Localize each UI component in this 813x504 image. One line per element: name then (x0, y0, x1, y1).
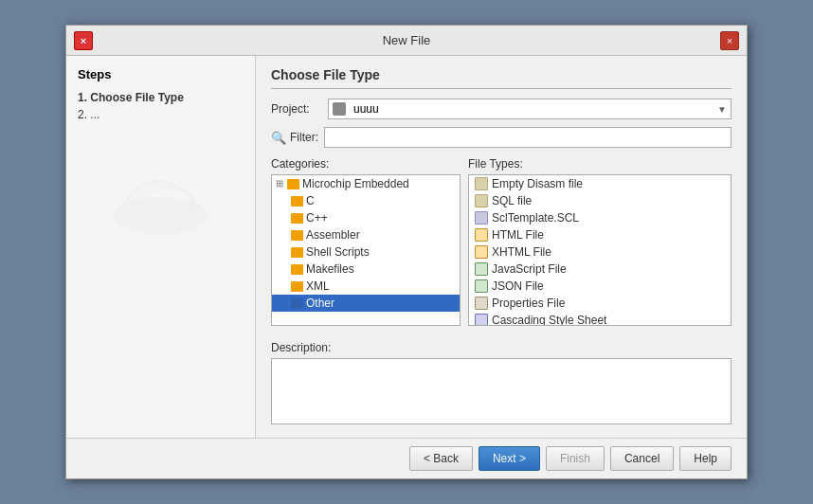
folder-icon (291, 230, 303, 241)
filetypes-label: File Types: (468, 157, 732, 171)
file-type-icon (475, 297, 488, 310)
list-item[interactable]: Assembler (272, 226, 460, 243)
help-button[interactable]: Help (679, 446, 732, 471)
list-item[interactable]: Properties File (469, 295, 731, 312)
steps-panel: Steps 1. Choose File Type 2. ... (66, 56, 256, 438)
file-type-icon (475, 228, 488, 242)
title-bar-close-icon[interactable]: × (74, 31, 93, 50)
file-type-icon (475, 211, 488, 225)
dialog-title: New File (383, 33, 431, 47)
list-item[interactable]: Other (272, 295, 460, 312)
search-icon: 🔍 (271, 131, 286, 145)
close-button[interactable]: × (720, 31, 739, 50)
steps-heading: Steps (78, 67, 244, 81)
dropdown-arrow-icon: ▼ (717, 104, 727, 115)
project-value: uuuu (353, 102, 379, 116)
categories-label: Categories: (271, 157, 461, 171)
step-2: 2. ... (78, 108, 244, 121)
filetypes-panel: File Types: Empty Disasm file SQL file (468, 157, 732, 326)
project-label: Project: (271, 102, 328, 116)
list-item[interactable]: Makefiles (272, 261, 460, 278)
back-button[interactable]: < Back (409, 446, 473, 471)
project-row: Project: uuuu ▼ (271, 99, 732, 119)
filetypes-list[interactable]: Empty Disasm file SQL file SclTemplate.S… (468, 174, 732, 326)
file-type-icon (475, 194, 488, 207)
finish-button[interactable]: Finish (546, 446, 605, 471)
description-label: Description: (271, 341, 732, 354)
folder-icon (291, 213, 303, 224)
list-item[interactable]: Empty Disasm file (469, 175, 731, 192)
folder-icon (291, 298, 303, 309)
filter-label: 🔍 Filter: (271, 131, 318, 145)
file-type-icon (475, 279, 488, 293)
description-box (271, 358, 732, 424)
folder-icon (291, 281, 303, 292)
dialog-body: Steps 1. Choose File Type 2. ... Ch (66, 56, 747, 438)
description-section: Description: (271, 341, 732, 424)
list-item[interactable]: SclTemplate.SCL (469, 209, 731, 226)
project-icon (333, 102, 346, 116)
list-item[interactable]: ⊞ Microchip Embedded (272, 175, 460, 192)
expand-icon: ⊞ (276, 179, 285, 189)
list-item[interactable]: SQL file (469, 192, 731, 209)
list-item[interactable]: XML (272, 278, 460, 295)
categories-panel: Categories: ⊞ Microchip Embedded C (271, 157, 461, 326)
filter-row: 🔍 Filter: (271, 127, 732, 148)
list-item[interactable]: HTML File (469, 226, 731, 243)
file-type-icon (475, 245, 488, 259)
folder-icon (291, 264, 303, 275)
dialog-footer: < Back Next > Finish Cancel Help (66, 438, 747, 478)
list-item[interactable]: Cascading Style Sheet (469, 312, 731, 326)
categories-tree[interactable]: ⊞ Microchip Embedded C C++ (271, 174, 461, 326)
file-type-icon (475, 314, 488, 326)
file-type-icon (475, 177, 488, 190)
list-item[interactable]: JavaScript File (469, 261, 731, 278)
section-title: Choose File Type (271, 67, 732, 89)
list-item[interactable]: Shell Scripts (272, 243, 460, 261)
type-selector-area: Categories: ⊞ Microchip Embedded C (271, 157, 732, 326)
new-file-dialog: × New File × Steps 1. Choose File Type 2… (65, 25, 748, 479)
project-select[interactable]: uuuu ▼ (328, 99, 732, 119)
title-bar: × New File × (66, 26, 747, 56)
main-panel: Choose File Type Project: uuuu ▼ 🔍 Filte… (256, 56, 747, 438)
watermark-icon (104, 140, 218, 254)
step-1: 1. Choose File Type (78, 91, 244, 104)
folder-icon (291, 196, 303, 207)
list-item[interactable]: C++ (272, 209, 460, 226)
folder-icon (291, 247, 303, 258)
filter-input[interactable] (324, 127, 732, 148)
next-button[interactable]: Next > (479, 446, 540, 471)
list-item[interactable]: JSON File (469, 278, 731, 295)
list-item[interactable]: XHTML File (469, 243, 731, 261)
cancel-button[interactable]: Cancel (610, 446, 674, 471)
folder-icon (287, 179, 299, 189)
file-type-icon (475, 262, 488, 276)
list-item[interactable]: C (272, 192, 460, 209)
watermark (78, 140, 244, 254)
